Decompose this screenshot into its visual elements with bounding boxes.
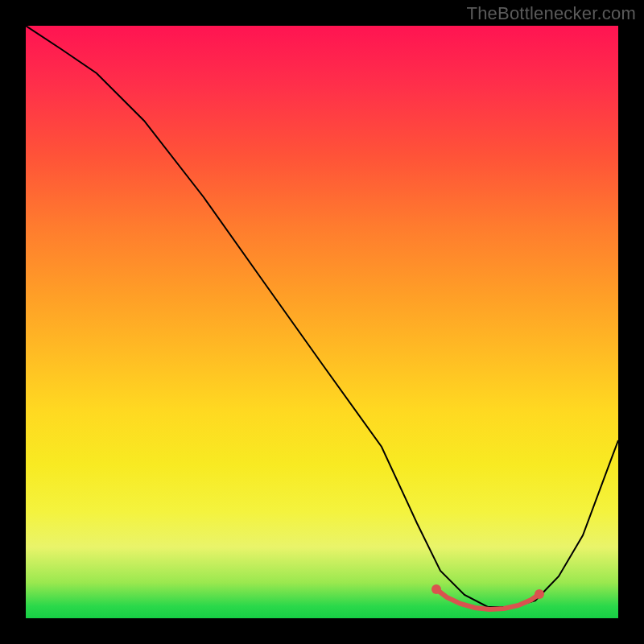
chart-frame: TheBottlenecker.com xyxy=(0,0,644,644)
plot-area xyxy=(26,26,618,618)
attribution-text: TheBottlenecker.com xyxy=(467,3,636,24)
optimal-range-end-dot xyxy=(535,589,544,599)
chart-svg xyxy=(26,26,618,618)
bottleneck-curve xyxy=(26,26,618,607)
optimal-range-start-dot xyxy=(431,584,441,594)
